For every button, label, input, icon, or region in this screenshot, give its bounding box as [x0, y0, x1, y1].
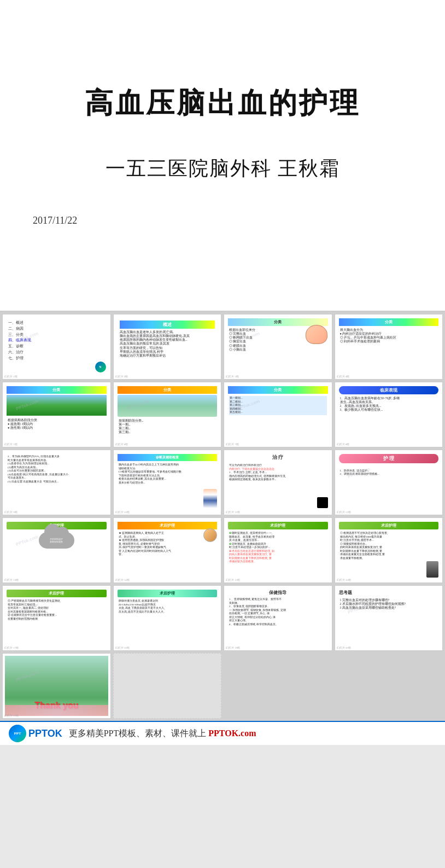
slide16-header: 术后护理: [339, 522, 439, 529]
thumbnail-1[interactable]: 一、概述 二、病因 三、分类 四、临床表现 五、诊断 六、治疗 七、护理 N P…: [2, 314, 111, 380]
slide8-content: 1、高血压脑出血发病年龄在50~70岁, 多继 发生...高血压病有关系。 2、…: [339, 395, 439, 413]
slide2-content: 高血压脑出血是老年人多发的 死亡病, 脑出血病的主要原因是高血压和脑动脉硬化, …: [120, 330, 215, 358]
footer-logo: PPT PPTOK: [9, 725, 62, 742]
thumbnail-17[interactable]: 术后护理 ① 严密观察血压与脑脊液等相关变化监测处, 有异常就及时汇报处理...…: [2, 585, 111, 651]
thumbnail-9[interactable]: 2、常为病 外侧型约为70%, 出现出血量大多 时大量出血者常有血液系统外溢。 …: [2, 450, 111, 515]
footer-slogan-highlight[interactable]: PPTOK.com: [208, 729, 256, 738]
page-num-3: 幻灯片 3组: [226, 375, 239, 378]
main-subtitle: 一五三医院脑外科 王秋霜: [106, 155, 340, 182]
watermark-13: PPTok.com: [15, 534, 39, 547]
slide5-nature: [7, 395, 107, 416]
footer: PPT PPTOK 更多精美PPT模板、素材、课件就上 PPTOK.com: [0, 721, 445, 745]
microscope-image: [426, 561, 438, 578]
thumbnail-15[interactable]: 术后护理 ✿ 随时监测血压, 使其维持在约～一, 随着血压、血流量, 给予血压相…: [224, 517, 332, 583]
thumbnail-18[interactable]: 术后护理 静脉补液注意血压, 血液渗透达到 20/13kPa(150/100ml…: [113, 585, 222, 651]
page-num-4: 幻灯片 4组: [337, 375, 350, 378]
slide14-header: 术后护理: [118, 522, 218, 529]
main-slide: 高血压脑出血的护理 一五三医院脑外科 王秋霜 2017/11/22: [0, 0, 445, 312]
footer-slogan-prefix: 更多精美PPT模板、素材、课件就上: [69, 729, 207, 738]
slide17-content: ① 严密观察血压与脑脊液等相关变化监测处, 有异常就及时汇报处理... 全对其目…: [7, 598, 107, 622]
slide12-header: 护 理: [339, 454, 439, 463]
slide4-header: 分类: [339, 318, 439, 326]
page-num-17: 幻灯片 17组: [4, 646, 19, 649]
thumbnail-2[interactable]: 概述 高血压脑出血是老年人多发的 死亡病, 脑出血病的主要原因是高血压和脑动脉硬…: [113, 314, 222, 380]
slide2-header: 概述: [120, 321, 215, 329]
slide6-content: 按病期阶段分类... 第一期... 第二期... 第三期...: [118, 418, 218, 436]
thumbnail-14[interactable]: 术后护理 ★ 监测脑病进展病人, 避免病人处于正 式、防止坠床。 ★ 使用营养通…: [113, 517, 222, 583]
thumbnail-21[interactable]: Thank you PPTok.com 幻灯片 21组: [2, 653, 111, 719]
thumbnail-empty: [113, 653, 222, 719]
page-num-20: 幻灯片 20组: [337, 646, 351, 649]
slide8-header: 临床表现: [339, 386, 439, 394]
main-title: 高血压脑出血的护理: [85, 84, 360, 123]
page-num-16: 幻灯片 16组: [337, 578, 351, 581]
thumbnail-6[interactable]: 分类 按病期阶段分类... 第一期... 第二期... 第三期... PPTok…: [113, 382, 222, 447]
slide9-content: 2、常为病 外侧型约为70%, 出现出血量大多 时大量出血者常有血液系统外溢。 …: [7, 454, 107, 485]
thumbnail-5[interactable]: 分类 根据病期各阶段分类 ● 超急期: 3周以内 ● 急性期: 5周以内 PPT…: [2, 382, 111, 447]
slide6-header: 分类: [118, 386, 218, 394]
slide10-content: 脑内出血多于24小时内其自立上下几种比较常用的 辅助检查方法: CT检查可以对确…: [118, 462, 218, 486]
slide20-content: 1 完整出血后对的处理步骤有哪些? 2 术后脑水肿不同程度的护理有哪些如何观察?…: [339, 597, 439, 611]
page-num-1: 幻灯片 1组: [4, 375, 17, 378]
page-num-10: 幻灯片 10组: [115, 510, 130, 514]
slide7-content: 第一级别...第二级别...第三级别...第四级别...第五级别...: [228, 395, 328, 416]
page-num-8: 幻灯片 8组: [337, 442, 350, 446]
page-num-5: 幻灯片 5组: [4, 442, 17, 446]
page-num-15: 幻灯片 15组: [226, 578, 240, 581]
thumbnail-11[interactable]: 治 疗 可分为内科治疗和外科治疗 内科治疗: 下得出血量较少边边边边边 1、手术…: [224, 450, 332, 515]
thumbnail-20[interactable]: 思考题 1 完整出血后对的处理步骤有哪些? 2 术后脑水肿不同程度的护理有哪些如…: [335, 585, 443, 651]
logo-text[interactable]: PPTOK: [28, 728, 62, 739]
thumbnail-3[interactable]: 分类 根据出血部位来分 ◎ 完整出血 ◎ 蛛网膜下出血 ◎ 脑室出血 ◎ 硬膜出…: [224, 314, 332, 380]
brain-image-3: [306, 325, 327, 344]
page-num-9: 幻灯片 9组: [4, 510, 17, 514]
slide4-content: 将大脑出血分为 ● 内科治疗适应症的外科治疗 ◎ 乒坛、乒坛中形成血肿与幕上病灶…: [339, 327, 439, 345]
slide7-header: 分类: [228, 386, 328, 394]
page-num-13: 幻灯片 13组: [4, 578, 19, 581]
slide10-header: 诊断及辅助检查: [118, 454, 218, 461]
thumbnail-7[interactable]: 分类 第一级别...第二级别...第三级别...第四级别...第五级别... P…: [224, 382, 332, 447]
page-num-18: 幻灯片 18组: [115, 646, 130, 649]
thumbnail-16[interactable]: 术后护理 ◎ 检测温度不可过快决定处理心脏危害, 移动房内压, 每日维持1000…: [335, 517, 443, 583]
thank-you-slide: Thank you: [5, 656, 108, 716]
page-num-19: 幻灯片 19组: [226, 646, 240, 649]
thumbnail-4[interactable]: 分类 将大脑出血分为 ● 内科治疗适应症的外科治疗 ◎ 乒坛、乒坛中形成血肿与幕…: [335, 314, 443, 380]
slide11-header: 治 疗: [228, 454, 328, 461]
slide5-header: 分类: [7, 386, 107, 394]
slide5-content: 根据病期各阶段分类 ● 超急期: 3周以内 ● 急性期: 5周以内: [7, 417, 107, 431]
slide18-content: 静脉补液注意血压, 血液渗透达到 20/13kPa(150/100ml)以超不降…: [118, 598, 218, 615]
slide6-nature: [118, 395, 218, 417]
thumbnail-8[interactable]: 临床表现 1、高血压脑出血发病年龄在50~70岁, 多继 发生...高血压病有关…: [335, 382, 443, 447]
main-date: 2017/11/22: [33, 215, 77, 226]
slide14-content: ★ 监测脑病进展病人, 避免病人处于正 式、防止坠床。 ★ 使用营养通路, 加强…: [118, 531, 218, 558]
logo-icon: PPT: [9, 725, 26, 742]
slide15-content: ✿ 随时监测血压, 使其维持在约～一, 随着血压、血流量, 给予血压相关处理 及…: [228, 531, 328, 565]
page-num-12: 幻灯片 12组: [337, 510, 351, 514]
cloud-shape: 术前病情监护重要病情观察: [39, 532, 74, 549]
slide20-header: 思考题: [339, 590, 439, 596]
page-num-2: 幻灯片 2组: [115, 375, 128, 378]
slide16-content: ◎ 检测温度不可过快决定处理心脏危害, 移动房内压, 每日维持1000毫升高量 …: [339, 531, 439, 561]
slide11-content: 可分为内科治疗和外科治疗 内科治疗: 下得出血量较少边边边边边 1、手术治疗: …: [228, 463, 328, 483]
page-num-21: 幻灯片 21组: [4, 714, 19, 717]
thumbnail-19[interactable]: 保健指导 1 、坚持锻炼情绪, 避免过分兴奋、烦劳等不 良刺激。 2、饮食改变,…: [224, 585, 332, 651]
slide14-image: [203, 528, 217, 542]
doctor-image: [203, 489, 217, 508]
slide12-content: 1、卧床休息, 适当监护... 2、调查前后 相应基础护理措施...: [339, 464, 439, 477]
slide15-header: 术后护理: [228, 522, 328, 529]
page-num-14: 幻灯片 14组: [115, 578, 130, 581]
slide17-header: 术后护理: [7, 590, 107, 597]
slide18-header: 术后护理: [118, 590, 218, 597]
slide19-content: 1 、坚持锻炼情绪, 避免过分兴奋、烦劳等不 良刺激。 2、饮食改变, 低胆固醇…: [228, 597, 328, 627]
thumbnail-13[interactable]: 术前护理 术前病情监护重要病情观察 PPTok.com 幻灯片 13组: [2, 517, 111, 583]
page-num-6: 幻灯片 6组: [115, 442, 128, 446]
thumbnail-12[interactable]: 护 理 1、卧床休息, 适当监护... 2、调查前后 相应基础护理措施... P…: [335, 450, 443, 515]
thumbnail-grid: 一、概述 二、病因 三、分类 四、临床表现 五、诊断 六、治疗 七、护理 N P…: [0, 312, 445, 721]
thumbnail-10[interactable]: 诊断及辅助检查 脑内出血多于24小时内其自立上下几种比较常用的 辅助检查方法: …: [113, 450, 222, 515]
slide11-image: [317, 497, 328, 508]
page-num-7: 幻灯片 7组: [226, 442, 239, 446]
page-num-11: 幻灯片 11组: [226, 510, 240, 514]
footer-slogan: 更多精美PPT模板、素材、课件就上 PPTOK.com: [69, 728, 256, 739]
slide19-header: 保健指导: [228, 590, 328, 596]
